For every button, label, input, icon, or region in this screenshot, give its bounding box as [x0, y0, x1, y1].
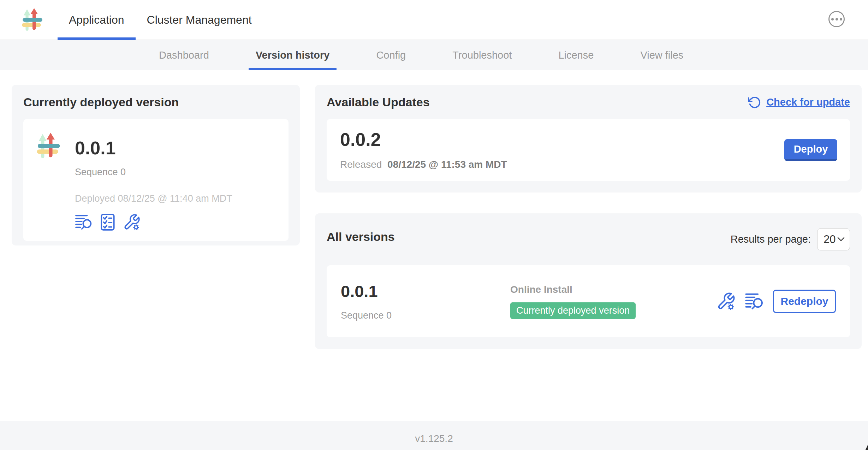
tab-application[interactable]: Application — [58, 0, 136, 40]
ellipsis-dot — [836, 18, 838, 20]
top-header: Application Cluster Management — [0, 0, 868, 40]
check-for-update-link[interactable]: Check for update — [748, 96, 850, 109]
refresh-icon — [748, 96, 761, 109]
results-per-page-label: Results per page: — [731, 233, 811, 245]
currently-deployed-badge: Currently deployed version — [510, 302, 636, 319]
edit-config-icon[interactable] — [123, 213, 141, 231]
updates-card-title: Available Updates — [327, 95, 430, 109]
available-updates-card: Available Updates Check for update 0.0.2… — [315, 85, 862, 193]
subnav-version-history[interactable]: Version history — [249, 40, 337, 70]
check-for-update-label: Check for update — [766, 96, 850, 108]
row-sequence: Sequence 0 — [341, 310, 510, 321]
redeploy-button[interactable]: Redeploy — [773, 290, 836, 313]
diff-icon[interactable] — [75, 213, 93, 231]
app-subnav: Dashboard Version history Config Trouble… — [0, 40, 868, 70]
edit-config-icon[interactable] — [717, 292, 736, 311]
ellipsis-dot — [831, 18, 834, 20]
deployed-sequence: Sequence 0 — [75, 167, 232, 178]
console-version-label: v1.125.2 — [415, 433, 453, 450]
results-per-page-value: 20 — [824, 233, 836, 246]
deployed-version-panel: 0.0.1 Sequence 0 Deployed 08/12/25 @ 11:… — [23, 119, 289, 241]
released-label: Released — [340, 159, 382, 170]
subnav-troubleshoot[interactable]: Troubleshoot — [445, 40, 519, 70]
tab-cluster-management[interactable]: Cluster Management — [136, 0, 263, 40]
update-version-number: 0.0.2 — [340, 130, 507, 150]
overflow-menu-button[interactable] — [828, 11, 845, 27]
all-versions-card: All versions Results per page: 20 0.0.1 … — [315, 213, 862, 349]
currently-deployed-card: Currently deployed version 0.0.1 Sequenc… — [12, 85, 300, 245]
preflight-checks-icon[interactable] — [99, 213, 117, 231]
row-version-number: 0.0.1 — [341, 282, 510, 301]
deployed-card-title: Currently deployed version — [23, 95, 289, 109]
ellipsis-dot — [840, 18, 842, 20]
available-update-row: 0.0.2 Released 08/12/25 @ 11:53 am MDT D… — [327, 119, 850, 181]
mouse-cursor-artifact — [862, 444, 868, 450]
deployed-version-number: 0.0.1 — [75, 138, 232, 158]
version-row: 0.0.1 Sequence 0 Online Install Currentl… — [327, 265, 850, 337]
deploy-button[interactable]: Deploy — [784, 139, 837, 161]
results-per-page-select[interactable]: 20 — [817, 228, 850, 250]
subnav-dashboard[interactable]: Dashboard — [152, 40, 216, 70]
subnav-view-files[interactable]: View files — [633, 40, 690, 70]
primary-tabs: Application Cluster Management — [58, 0, 868, 40]
subnav-config[interactable]: Config — [369, 40, 413, 70]
app-logo-icon — [20, 8, 44, 32]
deployed-timestamp: Deployed 08/12/25 @ 11:40 am MDT — [75, 193, 232, 204]
chevron-down-icon — [837, 237, 845, 242]
footer: v1.125.2 — [0, 421, 868, 450]
app-logo-icon — [35, 132, 61, 161]
released-timestamp: 08/12/25 @ 11:53 am MDT — [387, 159, 507, 170]
subnav-license[interactable]: License — [551, 40, 601, 70]
install-type-label: Online Install — [510, 284, 572, 295]
diff-icon[interactable] — [745, 292, 764, 311]
all-versions-title: All versions — [327, 230, 395, 244]
